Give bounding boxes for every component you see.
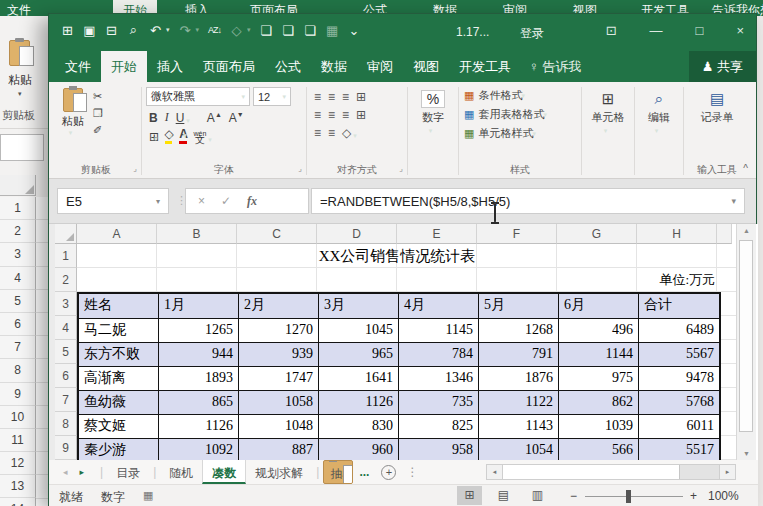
sheetbar-options-icon[interactable]: ⋮ [406,465,418,479]
cell-value[interactable]: 865 [159,391,239,414]
bg-row-header[interactable]: 3 [0,243,36,266]
row-header-5[interactable]: 5 [55,340,77,364]
italic-button[interactable]: I [165,110,169,125]
editing-group-button[interactable]: ⌕ 编辑 ▾ [637,84,681,135]
align-middle-icon[interactable]: ≡ [328,90,335,104]
cell-value[interactable]: 1045 [319,319,399,342]
header-cell[interactable]: 姓名 [79,294,159,318]
zoom-slider-thumb[interactable] [626,490,631,503]
sheet-tab-active[interactable]: 凑数 [202,460,246,484]
cell-value[interactable]: 939 [239,343,319,366]
cell-value[interactable]: 1048 [239,415,319,438]
tab-developer[interactable]: 开发工具 [449,51,521,82]
vertical-scroll-thumb[interactable] [739,240,753,432]
tab-home[interactable]: 开始 [101,51,147,82]
bg-row-header[interactable]: 14 [0,498,36,506]
cell-value[interactable]: 1265 [159,319,239,342]
bg-row-header[interactable]: 5 [0,290,36,313]
zoom-slider-track[interactable] [585,496,683,497]
clipboard-dialog-launcher-icon[interactable]: ⌟ [133,162,137,175]
name-box-dropdown-icon[interactable]: ▾ [156,197,160,206]
cell-value[interactable]: 1144 [559,343,639,366]
insert-function-icon[interactable]: fx [247,194,257,209]
merge-center-icon[interactable]: ⊞ [356,108,366,122]
undo-dropdown-icon[interactable]: ▾ [166,26,170,34]
sign-in-button[interactable]: 登录 [520,25,544,42]
row-header-3[interactable]: 3 [55,292,77,316]
cell-value[interactable]: 496 [559,319,639,342]
horizontal-scroll-thumb[interactable] [503,465,680,479]
formula-bar-expand-icon[interactable]: ▾ [731,196,736,206]
fill-color-button[interactable]: ◇▾ [165,129,173,144]
phonetic-dropdown-icon[interactable]: ▾ [208,136,212,144]
font-dialog-launcher-icon[interactable]: ⌟ [298,162,302,175]
form-tool-icon[interactable]: ⊞ [61,23,74,38]
close-icon[interactable]: × [736,23,744,38]
column-header-d[interactable]: D [317,224,397,244]
cell-value[interactable]: 1054 [479,439,559,460]
tab-view[interactable]: 视图 [403,51,449,82]
cell-total[interactable]: 6489 [639,319,719,342]
orientation-dropdown-icon[interactable]: ▾ [353,132,357,140]
macro-record-icon[interactable]: ▦ [143,489,153,502]
sheet-nav-right-icon[interactable]: ▸ [80,467,85,477]
column-header-a[interactable]: A [77,224,157,244]
cut-icon[interactable]: ✂ [93,90,102,103]
cell-styles-button[interactable]: ▦单元格样式▾ [461,122,579,141]
page-layout-view-icon[interactable]: ▤ [491,486,516,505]
scroll-down-icon[interactable]: ▼ [737,450,756,457]
cell-value[interactable]: 1126 [319,391,399,414]
comment-delete-icon[interactable]: ❏ [304,23,317,38]
bg-row-header[interactable]: 2 [0,220,36,243]
cell-total[interactable]: 9478 [639,367,719,390]
decrease-indent-icon[interactable]: ≡ [314,126,321,140]
column-header-c[interactable]: C [237,224,317,244]
scroll-right-icon[interactable]: ▸ [719,464,736,480]
wrap-text-icon[interactable]: ⊞ [356,90,366,104]
cancel-icon[interactable]: × [198,194,205,208]
sheet-title-cell[interactable]: XX公司销售情况统计表 [77,244,717,268]
font-color-button[interactable]: A▾ [179,129,186,144]
header-cell[interactable]: 5月 [479,294,559,318]
normal-view-icon[interactable]: ⊞ [457,486,482,505]
horizontal-scroll-track[interactable] [503,464,719,480]
row-header-2[interactable]: 2 [55,268,77,292]
underline-dropdown-icon[interactable]: ▾ [186,117,190,125]
name-box[interactable]: E5▾ [57,188,169,214]
print-preview-icon[interactable]: ⌕ [127,22,140,38]
quick-print-icon[interactable]: ⊟ [105,23,118,38]
shrink-font-button[interactable]: A▼ [229,111,244,125]
vertical-scrollbar[interactable]: ▲ ▼ [736,224,756,460]
sheet-tab-catalog[interactable]: 目录 [107,460,149,484]
scroll-up-icon[interactable]: ▲ [737,227,756,234]
alignment-dialog-launcher-icon[interactable]: ⌟ [399,162,403,175]
cell-value[interactable]: 887 [239,439,319,460]
sheet-tab-random[interactable]: 随机 [160,460,202,484]
cell-value[interactable]: 784 [399,343,479,366]
bg-row-header[interactable]: 10 [0,406,36,429]
font-name-combo[interactable]: 微软雅黑▾ [146,87,250,106]
number-group-button[interactable]: % 数字 ▾ [410,84,456,135]
cell-value[interactable]: 1145 [399,319,479,342]
cell-name[interactable]: 高渐离 [79,367,159,390]
format-as-table-button[interactable]: ▦套用表格格式▾ [461,103,579,122]
share-button[interactable]: ♟ 共享 [689,51,756,82]
cell-value[interactable]: 1346 [399,367,479,390]
cell-value[interactable]: 566 [559,439,639,460]
cell-name[interactable]: 马二妮 [79,319,159,342]
cell-name[interactable]: 秦少游 [79,439,159,460]
bg-select-all-corner[interactable] [0,175,36,196]
ribbon-display-options-icon[interactable]: ⊡ [606,23,617,38]
column-header-h[interactable]: H [637,224,717,244]
bg-row-header[interactable]: 13 [0,475,36,498]
collapse-ribbon-icon[interactable]: ^ [743,163,748,174]
sheet-tab-solver[interactable]: 规划求解 [246,460,312,484]
orientation-icon[interactable]: ◇ [342,126,351,140]
increase-indent-icon[interactable]: ≡ [328,126,335,140]
cell-value[interactable]: 1747 [239,367,319,390]
minimize-icon[interactable]: — [650,23,663,38]
cell-value[interactable]: 1268 [479,319,559,342]
formula-input[interactable]: =RANDBETWEEN($H5/8,$H5/5)▾ [311,188,745,214]
grow-font-button[interactable]: A▲ [207,111,222,125]
sheet-tab-sampling[interactable]: 抽样 [323,460,353,484]
